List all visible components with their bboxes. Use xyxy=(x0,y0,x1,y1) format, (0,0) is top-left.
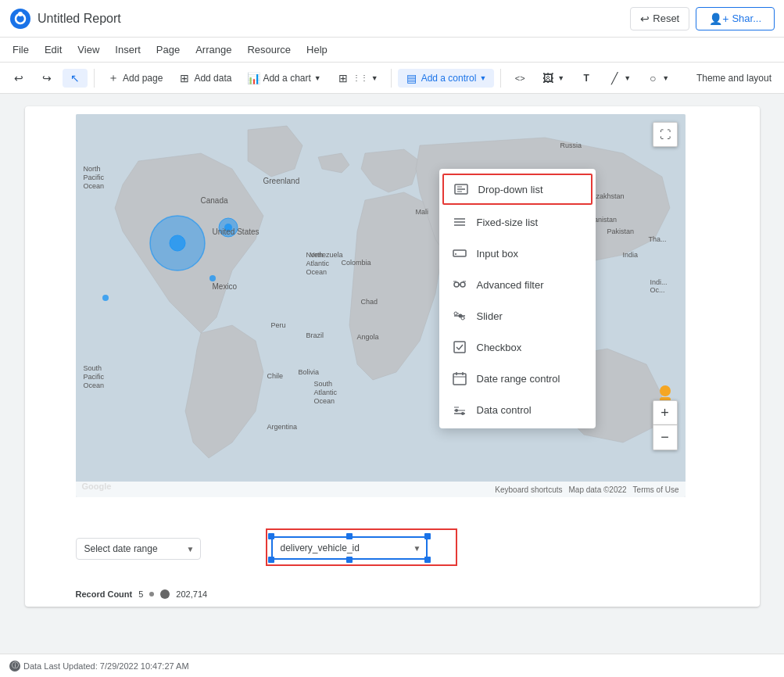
menu-help[interactable]: Help xyxy=(300,41,334,59)
handle-bottom-right[interactable] xyxy=(424,557,431,563)
shape-button[interactable]: ○ ▼ xyxy=(640,69,675,88)
connect-label: ⋮⋮ xyxy=(353,73,368,82)
menu-view[interactable]: View xyxy=(71,41,106,59)
add-control-dropdown-icon: ▼ xyxy=(479,74,486,82)
date-range-control[interactable]: Select date range ▼ xyxy=(76,538,201,560)
svg-point-26 xyxy=(460,282,465,287)
map-fullscreen-button[interactable]: ⛶ xyxy=(653,122,678,147)
shape-dropdown-icon: ▼ xyxy=(662,74,669,82)
map-zoom-controls: + − xyxy=(653,400,678,450)
code-icon: <> xyxy=(514,72,526,84)
code-button[interactable]: <> xyxy=(507,69,532,88)
dropdown-list-icon xyxy=(453,181,469,197)
image-button[interactable]: 🖼 ▼ xyxy=(535,69,571,88)
handle-bottom-middle[interactable] xyxy=(346,557,353,563)
text-button[interactable]: T xyxy=(574,69,599,88)
status-bar: ⓘ Data Last Updated: 7/29/2022 10:47:27 … xyxy=(0,654,784,677)
keyboard-shortcuts-label: Keyboard shortcuts xyxy=(495,485,562,494)
add-data-button[interactable]: ⊞ Add data xyxy=(172,69,238,88)
add-chart-dropdown-icon: ▼ xyxy=(314,74,321,82)
record-count-bar: Record Count 5 202,714 xyxy=(76,589,208,599)
svg-point-2 xyxy=(18,12,23,16)
dropdown-menu-item-dropdown-list[interactable]: Drop-down list xyxy=(442,174,592,205)
add-chart-icon: 📊 xyxy=(247,72,260,84)
shape-icon: ○ xyxy=(646,72,659,84)
map-footer: Keyboard shortcuts Map data ©2022 Terms … xyxy=(76,482,686,497)
share-button[interactable]: 👤+ Shar... xyxy=(696,7,775,30)
record-count-dot-small xyxy=(149,592,154,596)
svg-point-8 xyxy=(209,275,216,281)
dropdown-menu-item-input-box[interactable]: Input box xyxy=(439,238,596,269)
svg-rect-37 xyxy=(453,374,466,385)
add-page-label: Add page xyxy=(123,73,163,84)
reset-icon: ↩ xyxy=(640,13,650,25)
svg-point-5 xyxy=(170,235,185,251)
dropdown-control[interactable]: delivery_vehicle_id ▼ xyxy=(271,536,428,560)
line-dropdown-icon: ▼ xyxy=(624,74,631,82)
status-info-icon: ⓘ xyxy=(9,661,20,672)
connect-button[interactable]: ⊞ ⋮⋮ ▼ xyxy=(331,69,385,88)
map-zoom-in-button[interactable]: + xyxy=(653,400,678,425)
top-bar-actions: ↩ Reset 👤+ Shar... xyxy=(630,7,775,30)
input-box-label: Input box xyxy=(477,248,519,260)
dropdown-menu-item-fixed-list[interactable]: Fixed-size list xyxy=(439,206,596,238)
text-icon: T xyxy=(580,72,592,84)
advanced-filter-label: Advanced filter xyxy=(477,279,544,291)
fixed-list-label: Fixed-size list xyxy=(477,217,539,228)
map-zoom-out-button[interactable]: − xyxy=(653,425,678,450)
add-control-dropdown-menu: Drop-down list Fixed-size list xyxy=(439,169,596,428)
data-control-icon xyxy=(452,402,467,417)
add-control-button[interactable]: ▤ Add a control ▼ xyxy=(398,69,495,88)
image-dropdown-icon: ▼ xyxy=(557,74,564,82)
slider-label: Slider xyxy=(477,310,503,322)
handle-bottom-left[interactable] xyxy=(268,557,274,563)
menu-edit[interactable]: Edit xyxy=(38,41,68,59)
add-page-button[interactable]: ＋ Add page xyxy=(101,69,169,88)
svg-point-0 xyxy=(10,9,30,29)
reset-label: Reset xyxy=(653,13,679,24)
terms-label: Terms of Use xyxy=(633,485,679,494)
menu-resource[interactable]: Resource xyxy=(241,41,297,59)
date-range-select[interactable]: Select date range xyxy=(76,538,201,560)
cursor-button[interactable]: ↖ xyxy=(63,69,88,88)
handle-top-right[interactable] xyxy=(424,533,431,539)
svg-point-44 xyxy=(455,409,458,412)
menu-page[interactable]: Page xyxy=(150,41,186,59)
handle-top-left[interactable] xyxy=(268,533,274,539)
record-count-dot-large xyxy=(160,589,170,599)
dropdown-menu-item-data-control[interactable]: Data control xyxy=(439,394,596,425)
dropdown-menu-item-date-range[interactable]: Date range control xyxy=(439,363,596,394)
undo-button[interactable] xyxy=(6,69,31,88)
dropdown-menu-item-checkbox[interactable]: Checkbox xyxy=(439,331,596,363)
dropdown-menu-item-slider[interactable]: Slider xyxy=(439,300,596,331)
menu-arrange[interactable]: Arrange xyxy=(189,41,238,59)
record-count-number: 202,714 xyxy=(176,589,207,599)
handle-top-middle[interactable] xyxy=(346,533,353,539)
svg-point-34 xyxy=(454,312,457,315)
theme-layout-button[interactable]: Theme and layout xyxy=(690,70,778,87)
toolbar: ↖ ＋ Add page ⊞ Add data 📊 Add a chart ▼ … xyxy=(0,63,784,94)
reset-button[interactable]: ↩ Reset xyxy=(630,7,689,30)
image-icon: 🖼 xyxy=(542,72,554,84)
redo-button[interactable] xyxy=(34,69,59,88)
svg-point-12 xyxy=(660,385,671,396)
menu-insert[interactable]: Insert xyxy=(109,41,147,59)
fixed-size-list-icon xyxy=(452,214,467,230)
date-select-wrapper[interactable]: Select date range ▼ xyxy=(76,538,201,560)
dropdown-value-wrapper[interactable]: delivery_vehicle_id ▼ xyxy=(271,536,428,560)
top-bar: Untitled Report ↩ Reset 👤+ Shar... xyxy=(0,0,784,38)
svg-point-45 xyxy=(461,412,464,415)
add-control-label: Add a control xyxy=(421,73,477,84)
add-chart-button[interactable]: 📊 Add a chart ▼ xyxy=(241,69,327,88)
canvas-area: Greenland Canada United States Mexico No… xyxy=(0,94,784,654)
svg-point-7 xyxy=(224,224,232,231)
svg-point-35 xyxy=(461,317,464,320)
connect-icon: ⊞ xyxy=(337,72,349,84)
menu-file[interactable]: File xyxy=(6,41,35,59)
dropdown-menu-item-advanced-filter[interactable]: Advanced filter xyxy=(439,269,596,300)
line-tool-icon: ╱ xyxy=(608,72,621,84)
date-range-icon xyxy=(452,371,467,386)
advanced-filter-icon xyxy=(452,277,467,292)
line-button[interactable]: ╱ ▼ xyxy=(602,69,637,88)
slider-icon xyxy=(452,308,467,324)
